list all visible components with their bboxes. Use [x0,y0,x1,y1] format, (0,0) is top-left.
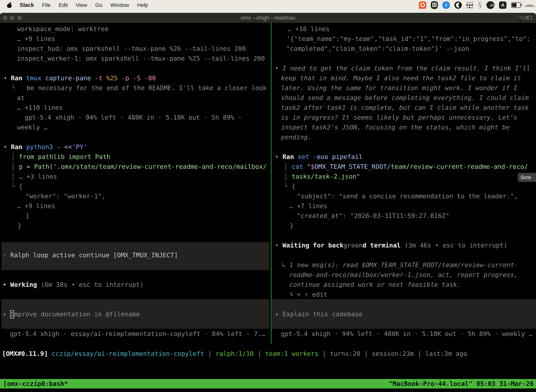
text-segment: -euo pipefail [313,153,363,160]
terminal-line: › Ralph loop active continue [OMX_TMUX_I… [0,250,270,260]
text-segment: cczip/essay/ai-reimplementation-copyleft [52,350,204,357]
text-segment: -p [121,75,133,82]
wifi-icon[interactable] [526,2,534,8]
terminal-line: ↳ 1 new msg(s): read $OMX_TEAM_STATE_ROO… [274,260,536,270]
text-segment: " [307,163,311,170]
text-segment: inspect task2's JSON, focusing on the st… [281,124,510,131]
crescent-app-icon[interactable] [455,1,462,9]
text-segment: -S [133,75,144,82]
text-segment: from pathlib import Path [19,153,110,160]
terminal-line: later. Using the same for transition mig… [274,83,536,93]
terminal-line: … +9 lines [0,34,270,44]
apple-menu-icon[interactable] [7,2,12,8]
terminal-line [0,319,270,329]
menu-slack[interactable]: Slack [20,2,34,8]
text-segment: │ [11,163,19,170]
text-segment: └ [11,183,19,190]
dots-grid-icon[interactable] [466,2,474,9]
screen-overlay-tooltip[interactable]: Scre [518,173,536,182]
menu-file[interactable]: File [42,2,50,8]
terminal-line: gpt-5.4 xhigh · 94% left · 488K in · 5.1… [274,329,536,339]
text-segment: "worker": "worker-1", [25,192,105,200]
menu-view[interactable]: View [76,2,87,8]
terminal-line: should send a message before completing … [274,93,536,103]
terminal-line: keep that in mind. Maybe I also need the… [274,73,536,83]
terminal-line: } [0,221,270,231]
text-segment: I need to get the claim token from the c… [282,65,530,72]
tmux-status-bar: [omx-cczip0:bash* "MacBook-Pro-44.local"… [0,379,536,388]
squiggle-icon[interactable]: § [478,1,482,9]
left-pane[interactable]: workspace_mode: worktree… +9 linesinspec… [0,24,270,339]
pane-divider[interactable] [271,23,272,344]
terminal-line: … +9 lines [0,201,270,211]
a-app-icon[interactable]: A [499,1,507,9]
terminal-line [274,231,536,240]
terminal-line: … +16 lines [274,24,536,34]
terminal-line [0,299,270,309]
text-segment: ⌥ + ↑ edit [289,291,327,298]
menu-help[interactable]: Help [137,2,148,8]
terminal-line: "worker": "worker-1", [0,191,270,201]
terminal-line: "subject": "send a concise recommendatio… [274,191,536,201]
terminal-line [274,250,536,260]
text-segment: d terminal [363,242,404,249]
text-segment: › [275,311,282,318]
text-segment: capture-pane [45,75,95,82]
terminal-line: │ … +3 lines [0,172,270,182]
text-segment: • [275,153,282,160]
text-segment: python3 [26,143,57,150]
text-segment: cat [292,163,307,170]
menu-go[interactable]: Go [95,2,102,8]
menu-window[interactable]: Window [110,2,129,8]
terminal-line: … +7 lines [274,201,536,211]
text-segment: gpt-5.4 xhigh · essay/ai-reimplementatio… [10,330,265,337]
terminal-line [274,299,536,309]
text-segment: … +16 lines [288,25,330,33]
terminal-line [274,142,536,152]
terminal-line: inspect_hud: omx sparkshell --tmux-pane … [0,44,270,54]
battery-charging-icon[interactable] [511,2,521,8]
app-menus: SlackFileEditViewGoWindowHelp [7,0,148,10]
text-segment: team:1 workers [265,350,318,357]
text-segment: gpt-5.4 xhigh · 94% left · 488K in · 5.1… [25,114,242,121]
text-segment: … +9 lines [17,202,55,210]
text-segment: task2 after task1 is complete, but can I… [281,104,529,111]
window-shortcut-badge: ⌥⌘1 [519,13,533,23]
terminal-line: at [0,93,270,103]
text-segment: } [18,222,22,229]
text-segment: Ran [11,143,26,150]
title-bar[interactable]: omx --xhigh --madmax ⌥⌘1 [0,13,536,23]
terminal-line [0,260,270,270]
text-segment: p = Path('.omx/state/team/review-current… [19,163,267,170]
text-segment: … +9 lines [17,35,55,42]
text-segment: Ran [282,153,298,160]
terminal-line: ⌥ + ↑ edit [274,289,536,299]
screen-record-icon[interactable] [419,1,426,9]
text-segment: keep that in mind. Maybe I also need the… [281,75,521,82]
text-segment: "completed","claim_token":"claim-token"}… [286,45,469,52]
terminal-line: │ p = Path('.omx/state/team/review-curre… [0,162,270,172]
terminal-line: › Improve documentation in @filename [0,309,270,319]
text-segment: continue assigned work or next feasible … [289,281,461,288]
bolt-badge-icon[interactable] [442,1,450,9]
text-segment: (6m 38s • esc to interrupt) [41,281,144,288]
badge-61-icon[interactable]: ..61 [486,1,494,9]
text-segment: "subject": "send a concise recommendatio… [297,192,518,200]
right-pane[interactable]: … +16 lines'{"team_name":"my-team","task… [274,24,536,339]
text-segment: pending. [281,134,311,141]
terminal-line [0,240,270,250]
text-segment: %25 [106,75,121,82]
terminal-line: gpt-5.4 xhigh · essay/ai-reimplementatio… [0,329,270,339]
terminal-line [0,63,270,73]
text-segment: { [19,183,23,190]
shield-grid-icon[interactable] [431,1,438,9]
terminal-line: └ { [0,182,270,191]
terminal-line [0,231,270,240]
text-segment: › [3,311,10,318]
terminal-line: • Waiting for background terminal (3m 46… [274,240,536,250]
tmux-host-time-label: "MacBook-Pro-44.local" 05:03 31-Mar-26 [389,379,534,388]
text-segment: - << [57,143,72,150]
terminal-line [0,132,270,142]
menu-edit[interactable]: Edit [58,2,68,8]
menu-bar-status-icons: § ..61 A [419,0,534,10]
